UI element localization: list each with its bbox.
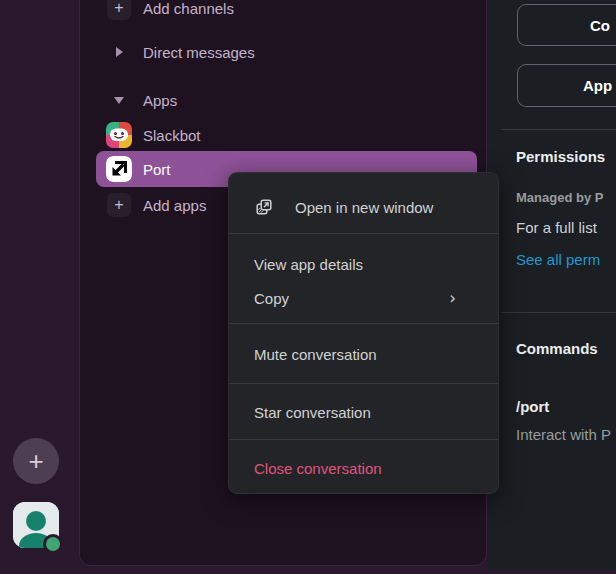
menu-item-mute-conversation[interactable]: Mute conversation <box>229 337 498 371</box>
managed-by-text: Managed by P <box>516 190 603 205</box>
menu-divider <box>229 233 498 234</box>
sidebar-item-label: Add apps <box>143 197 206 214</box>
sidebar-item-label: Slackbot <box>143 127 201 144</box>
plus-icon: + <box>28 448 43 474</box>
menu-item-open-in-new-window[interactable]: Open in new window <box>229 185 498 229</box>
presence-active-indicator <box>43 534 63 554</box>
sidebar-item-label: Port <box>143 161 171 178</box>
sidebar-section-label: Apps <box>143 92 177 109</box>
slackbot-app-icon <box>106 122 132 148</box>
menu-item-copy[interactable]: Copy › <box>229 281 498 315</box>
see-all-permissions-link[interactable]: See all perm <box>516 251 600 268</box>
sidebar-item-slackbot[interactable]: Slackbot <box>96 117 477 153</box>
menu-item-label: Close conversation <box>254 460 382 477</box>
new-window-icon <box>254 197 274 217</box>
add-workspace-button[interactable]: + <box>13 438 59 484</box>
permissions-description: For a full list <box>516 219 597 236</box>
plus-icon: + <box>107 193 131 217</box>
app-details-panel: Co App Permissions Managed by P For a fu… <box>487 0 616 570</box>
menu-item-label: Open in new window <box>295 199 433 216</box>
port-app-icon <box>106 156 132 182</box>
app-details-button[interactable]: App <box>517 64 616 107</box>
submenu-chevron-icon: › <box>449 290 456 307</box>
menu-item-label: Mute conversation <box>254 346 377 363</box>
divider <box>501 129 616 130</box>
permissions-heading: Permissions <box>516 148 605 165</box>
sidebar-section-apps[interactable]: Apps <box>96 82 477 118</box>
menu-divider <box>229 323 498 324</box>
command-name: /port <box>516 398 549 415</box>
commands-heading: Commands <box>516 340 598 357</box>
workspace-rail: + <box>0 0 80 574</box>
configuration-button[interactable]: Co <box>517 4 616 46</box>
menu-divider <box>229 383 498 384</box>
sidebar-item-add-channels[interactable]: + Add channels <box>96 0 477 26</box>
menu-item-close-conversation[interactable]: Close conversation <box>229 451 498 485</box>
sidebar-item-label: Add channels <box>143 0 234 17</box>
sidebar-section-label: Direct messages <box>143 44 255 61</box>
plus-icon: + <box>107 0 131 20</box>
chevron-right-icon <box>116 47 123 57</box>
menu-item-label: Copy <box>254 290 289 307</box>
divider <box>501 312 616 313</box>
menu-divider <box>229 439 498 440</box>
menu-item-star-conversation[interactable]: Star conversation <box>229 395 498 429</box>
sidebar-section-direct-messages[interactable]: Direct messages <box>96 34 477 70</box>
menu-item-label: Star conversation <box>254 404 371 421</box>
command-description: Interact with P <box>516 426 611 443</box>
menu-item-view-app-details[interactable]: View app details <box>229 247 498 281</box>
menu-item-label: View app details <box>254 256 363 273</box>
chevron-down-icon <box>114 97 124 104</box>
port-context-menu: Open in new window View app details Copy… <box>228 172 499 494</box>
